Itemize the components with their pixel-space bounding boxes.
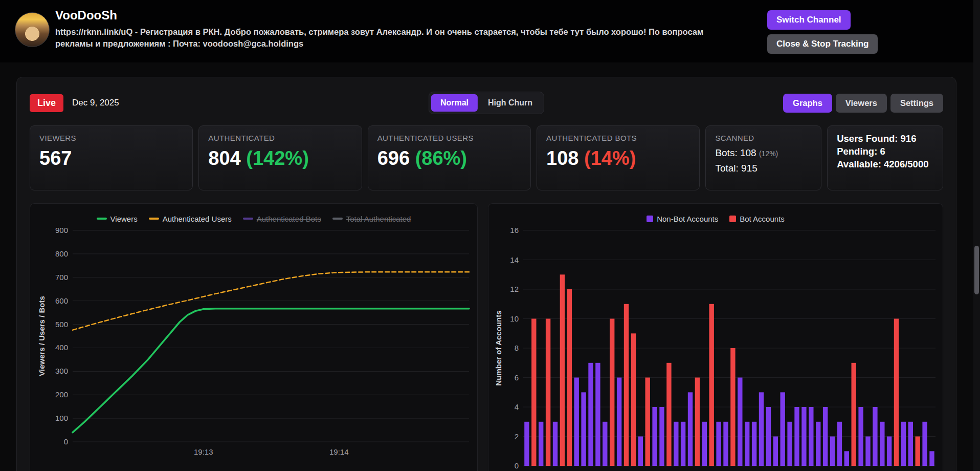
svg-text:600: 600 bbox=[55, 296, 68, 305]
controls-row: Live Dec 9, 2025 Normal High Churn Graph… bbox=[30, 91, 943, 115]
stat-card-authenticated: AUTHENTICATED 804 (142%) bbox=[198, 125, 362, 190]
channel-info: VooDooSh https://rknn.link/uQ - Регистра… bbox=[55, 8, 746, 50]
viewers-line-chart: 010020030040050060070080090019:1319:14Vi… bbox=[34, 226, 474, 467]
stat-value-authenticated-bots: 108 (14%) bbox=[546, 147, 690, 169]
svg-text:700: 700 bbox=[55, 273, 68, 282]
stat-label-viewers: VIEWERS bbox=[39, 134, 183, 142]
legend-label: Total Authenticated bbox=[346, 215, 411, 223]
bar-chart-legend: Non-Bot Accounts Bot Accounts bbox=[493, 213, 939, 224]
authenticated-percent: (142%) bbox=[246, 147, 309, 169]
svg-text:16: 16 bbox=[510, 226, 519, 234]
stat-card-scanned: SCANNED Bots: 108 (12%) Total: 915 bbox=[705, 125, 821, 190]
total-authenticated-series-swatch bbox=[332, 218, 343, 220]
svg-text:900: 900 bbox=[55, 226, 68, 234]
bot-accounts-swatch bbox=[729, 216, 736, 222]
view-buttons: Graphs Viewers Settings bbox=[783, 94, 943, 113]
stat-label-authenticated-bots: AUTHENTICATED BOTS bbox=[546, 134, 690, 142]
legend-item-authenticated-users[interactable]: Authenticated Users bbox=[149, 215, 232, 223]
authenticated-count: 804 bbox=[208, 147, 240, 169]
stat-value-authenticated-users: 696 (86%) bbox=[377, 147, 521, 169]
bar-chart-panel: Non-Bot Accounts Bot Accounts 0246810121… bbox=[488, 203, 943, 471]
legend-label: Viewers bbox=[110, 215, 138, 223]
scanned-total-line: Total: 915 bbox=[715, 163, 812, 174]
svg-text:8: 8 bbox=[515, 344, 519, 352]
live-badge: Live bbox=[30, 94, 63, 112]
legend-label: Authenticated Users bbox=[163, 215, 232, 223]
stat-label-authenticated-users: AUTHENTICATED USERS bbox=[377, 134, 521, 142]
line-chart-legend: Viewers Authenticated Users Authenticate… bbox=[34, 213, 473, 224]
stat-label-scanned: SCANNED bbox=[715, 134, 812, 142]
authenticated-users-count: 696 bbox=[377, 147, 410, 169]
mode-high-churn-button[interactable]: High Churn bbox=[479, 94, 542, 112]
svg-text:0: 0 bbox=[515, 461, 519, 470]
switch-channel-button[interactable]: Switch Channel bbox=[767, 10, 851, 30]
stat-card-viewers: VIEWERS 567 bbox=[30, 125, 193, 190]
stat-card-summary: Users Found: 916 Pending: 6 Available: 4… bbox=[827, 125, 943, 190]
stat-card-authenticated-users: AUTHENTICATED USERS 696 (86%) bbox=[368, 125, 531, 190]
svg-text:6: 6 bbox=[515, 373, 519, 382]
authenticated-users-series-swatch bbox=[149, 218, 159, 220]
legend-label: Non-Bot Accounts bbox=[657, 215, 718, 223]
authenticated-bots-count: 108 bbox=[546, 147, 578, 169]
svg-text:300: 300 bbox=[55, 367, 68, 375]
available-line: Available: 4206/5000 bbox=[837, 158, 933, 171]
svg-text:4: 4 bbox=[515, 402, 519, 411]
header-buttons: Switch Channel Close & Stop Tracking bbox=[767, 10, 878, 54]
scanned-bots-count: Bots: 108 bbox=[715, 147, 756, 158]
stats-row: VIEWERS 567 AUTHENTICATED 804 (142%) AUT… bbox=[30, 125, 943, 190]
users-found-line: Users Found: 916 bbox=[837, 133, 933, 145]
accounts-bar-chart: 0246810121416Number of Accounts bbox=[493, 226, 940, 471]
date-label: Dec 9, 2025 bbox=[72, 98, 119, 108]
svg-text:12: 12 bbox=[510, 285, 519, 293]
mode-normal-button[interactable]: Normal bbox=[431, 94, 478, 112]
svg-text:200: 200 bbox=[55, 390, 68, 399]
svg-text:Viewers / Users / Bots: Viewers / Users / Bots bbox=[37, 296, 46, 376]
mode-toggle: Normal High Churn bbox=[429, 92, 544, 114]
close-stop-tracking-button[interactable]: Close & Stop Tracking bbox=[767, 34, 878, 54]
authenticated-users-percent: (86%) bbox=[415, 147, 467, 169]
svg-text:Number of Accounts: Number of Accounts bbox=[494, 311, 503, 386]
svg-text:2: 2 bbox=[515, 432, 519, 441]
tab-viewers[interactable]: Viewers bbox=[836, 94, 887, 113]
svg-text:800: 800 bbox=[55, 249, 68, 258]
svg-text:19:14: 19:14 bbox=[329, 447, 349, 456]
page-scrollbar-thumb[interactable] bbox=[974, 246, 979, 294]
svg-text:10: 10 bbox=[510, 314, 519, 323]
stat-label-authenticated: AUTHENTICATED bbox=[208, 134, 352, 142]
channel-name: VooDooSh bbox=[55, 8, 746, 23]
svg-text:500: 500 bbox=[55, 320, 68, 329]
pending-line: Pending: 6 bbox=[837, 145, 933, 158]
tab-settings[interactable]: Settings bbox=[890, 94, 943, 113]
charts-row: Viewers Authenticated Users Authenticate… bbox=[30, 203, 943, 471]
legend-item-bot-accounts[interactable]: Bot Accounts bbox=[729, 215, 785, 223]
line-chart-panel: Viewers Authenticated Users Authenticate… bbox=[30, 203, 478, 471]
page-scrollbar-track[interactable] bbox=[973, 0, 980, 471]
scanned-bots-percent: (12%) bbox=[759, 149, 778, 158]
viewers-series-swatch bbox=[97, 218, 107, 220]
legend-label: Bot Accounts bbox=[740, 215, 785, 223]
legend-label: Authenticated Bots bbox=[257, 215, 321, 223]
channel-header: VooDooSh https://rknn.link/uQ - Регистра… bbox=[0, 0, 980, 62]
channel-avatar bbox=[15, 12, 50, 47]
legend-item-total-authenticated[interactable]: Total Authenticated bbox=[332, 215, 411, 223]
svg-text:400: 400 bbox=[55, 343, 68, 352]
authenticated-bots-percent: (14%) bbox=[584, 147, 636, 169]
stat-card-authenticated-bots: AUTHENTICATED BOTS 108 (14%) bbox=[537, 125, 700, 190]
scanned-bots-line: Bots: 108 (12%) bbox=[715, 147, 812, 159]
stat-value-authenticated: 804 (142%) bbox=[208, 147, 352, 169]
non-bot-accounts-swatch bbox=[647, 216, 653, 222]
legend-item-non-bot-accounts[interactable]: Non-Bot Accounts bbox=[647, 215, 718, 223]
svg-text:0: 0 bbox=[64, 437, 68, 446]
stat-value-viewers: 567 bbox=[39, 147, 183, 169]
legend-item-viewers[interactable]: Viewers bbox=[97, 215, 138, 223]
authenticated-bots-series-swatch bbox=[243, 218, 253, 220]
channel-description: https://rknn.link/uQ - Регистрация в РКН… bbox=[55, 26, 743, 50]
tab-graphs[interactable]: Graphs bbox=[783, 94, 832, 113]
legend-item-authenticated-bots[interactable]: Authenticated Bots bbox=[243, 215, 321, 223]
svg-text:100: 100 bbox=[55, 414, 68, 422]
svg-text:19:13: 19:13 bbox=[194, 447, 213, 456]
svg-text:14: 14 bbox=[510, 255, 519, 264]
tracking-panel: Live Dec 9, 2025 Normal High Churn Graph… bbox=[16, 77, 956, 471]
